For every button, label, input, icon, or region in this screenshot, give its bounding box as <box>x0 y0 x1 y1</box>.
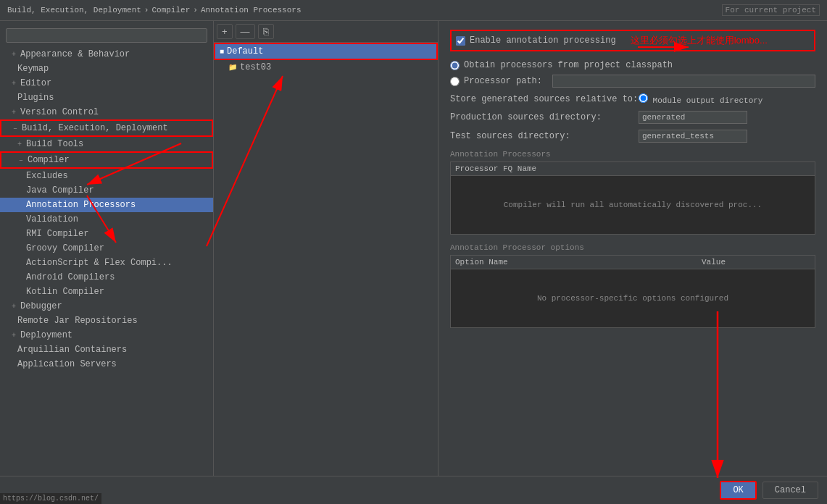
search-input[interactable] <box>6 28 207 43</box>
obtain-label: Obtain processors from project classpath <box>464 60 673 70</box>
folder-icon: 📁 <box>228 63 237 72</box>
test-sources-row: Test sources directory: <box>450 130 815 143</box>
copy-button[interactable]: ⎘ <box>258 24 274 39</box>
processor-fq-col: Processor FQ Name <box>455 164 810 173</box>
sidebar-item-compiler[interactable]: – Compiler <box>0 151 213 169</box>
enable-label-text: Enable annotation processing <box>470 35 616 46</box>
for-current-label: For current project <box>722 4 820 16</box>
compiler-placeholder-text: Compiler will run all automatically disc… <box>504 201 762 209</box>
sidebar-item-rmi-compiler[interactable]: RMI Compiler <box>0 227 213 241</box>
sidebar-item-label: Appearance & Behavior <box>20 49 130 59</box>
processors-table-header: Processor FQ Name <box>451 162 815 176</box>
sidebar-item-groovy-compiler[interactable]: Groovy Compiler <box>0 241 213 256</box>
breadcrumb-sep1: › <box>144 6 149 14</box>
enable-annotation-checkbox[interactable] <box>456 36 465 46</box>
sidebar: + Appearance & Behavior Keymap + Editor … <box>0 21 214 476</box>
sidebar-item-excludes[interactable]: Excludes <box>0 169 213 183</box>
sidebar-item-arquillian[interactable]: Arquillian Containers <box>0 343 213 357</box>
sidebar-item-build-exec[interactable]: – Build, Execution, Deployment <box>0 119 213 137</box>
expand-icon: – <box>13 125 17 133</box>
breadcrumb-part3: Annotation Processors <box>201 6 302 14</box>
sidebar-item-plugins[interactable]: Plugins <box>0 91 213 105</box>
annotation-processors-section-label: Annotation Processors <box>450 150 815 159</box>
sidebar-item-label: Version Control <box>20 107 99 117</box>
sidebar-item-build-tools[interactable]: + Build Tools <box>0 137 213 151</box>
sidebar-item-remote-jar[interactable]: Remote Jar Repositories <box>0 314 213 328</box>
breadcrumb-part2: Compiler <box>151 6 190 14</box>
processors-table: Processor FQ Name Compiler will run all … <box>450 161 815 235</box>
sidebar-item-kotlin-compiler[interactable]: Kotlin Compiler <box>0 285 213 299</box>
cancel-button[interactable]: Cancel <box>762 482 818 499</box>
sidebar-item-label: Application Servers <box>17 359 117 369</box>
right-panel: + — ⎘ ■ Default 📁 test03 <box>214 21 827 476</box>
sidebar-item-actionscript[interactable]: ActionScript & Flex Compi... <box>0 256 213 270</box>
sidebar-item-label: Excludes <box>26 171 68 181</box>
options-table-body: No processor-specific options configured <box>451 269 815 327</box>
expand-icon: + <box>12 303 16 311</box>
expand-icon: + <box>12 51 16 59</box>
sidebar-item-debugger[interactable]: + Debugger <box>0 299 213 314</box>
sidebar-item-label: Build Tools <box>26 139 83 149</box>
sidebar-item-label: Build, Execution, Deployment <box>22 123 168 133</box>
obtain-radio-row: Obtain processors from project classpath <box>450 60 815 70</box>
sidebar-item-label: Keymap <box>17 64 49 74</box>
test-value-input[interactable] <box>639 130 747 143</box>
expand-icon: – <box>19 156 23 164</box>
radio-group: Obtain processors from project classpath… <box>450 60 815 88</box>
sidebar-item-java-compiler[interactable]: Java Compiler <box>0 183 213 198</box>
option-name-col: Option Name <box>455 258 702 266</box>
expand-icon: + <box>17 140 22 148</box>
processor-path-row: Processor path: <box>450 75 815 88</box>
breadcrumb-sep2: › <box>193 6 198 14</box>
store-label: Store generated sources relative to: <box>450 94 639 104</box>
remove-button[interactable]: — <box>236 24 255 39</box>
sidebar-item-label: Compiler <box>28 155 70 165</box>
module-output-radio[interactable] <box>639 93 648 103</box>
sidebar-item-android-compilers[interactable]: Android Compilers <box>0 270 213 285</box>
production-value-input[interactable] <box>639 111 747 124</box>
production-label: Production sources directory: <box>450 112 639 122</box>
sidebar-item-label: Android Compilers <box>26 272 115 282</box>
sidebar-item-validation[interactable]: Validation <box>0 212 213 227</box>
add-button[interactable]: + <box>217 24 233 39</box>
tree-item-label: Default <box>227 46 263 56</box>
obtain-radio[interactable] <box>450 61 460 70</box>
sidebar-item-label: RMI Compiler <box>26 229 88 239</box>
chinese-annotation: 这里必须勾选上才能使用lombo... <box>631 34 768 47</box>
enable-checkbox-label[interactable]: Enable annotation processing <box>456 35 616 46</box>
module-output-label: Module output directory <box>639 93 762 105</box>
tree-toolbar: + — ⎘ <box>214 21 438 43</box>
annotation-options-section-label: Annotation Processor options <box>450 243 815 252</box>
sidebar-item-label: ActionScript & Flex Compi... <box>26 258 173 268</box>
enable-annotation-row: Enable annotation processing 这里必须勾选上才能使用… <box>450 30 815 51</box>
processor-path-input[interactable] <box>552 75 815 88</box>
sidebar-item-deployment[interactable]: + Deployment <box>0 328 213 343</box>
sidebar-item-appearance[interactable]: + Appearance & Behavior <box>0 47 213 62</box>
expand-icon: + <box>12 80 16 88</box>
sidebar-item-version-control[interactable]: + Version Control <box>0 105 213 119</box>
url-bar: https://blog.csdn.net/ <box>0 493 101 504</box>
expand-icon: + <box>12 109 16 117</box>
sidebar-item-keymap[interactable]: Keymap <box>0 62 213 76</box>
sidebar-item-label: Kotlin Compiler <box>26 287 104 297</box>
options-table: Option Name Value No processor-specific … <box>450 255 815 328</box>
breadcrumb: Build, Execution, Deployment › Compiler … <box>0 0 827 21</box>
ok-button[interactable]: OK <box>720 481 756 500</box>
processor-path-label: Processor path: <box>464 76 542 86</box>
sidebar-item-label: Validation <box>26 214 78 224</box>
sidebar-item-annotation-processors[interactable]: Annotation Processors <box>0 198 213 212</box>
no-options-text: No processor-specific options configured <box>537 294 728 303</box>
sidebar-item-label: Editor <box>20 78 51 88</box>
sidebar-item-label: Groovy Compiler <box>26 243 104 253</box>
expand-icon: + <box>12 332 16 340</box>
options-table-header: Option Name Value <box>451 256 815 269</box>
sidebar-item-editor[interactable]: + Editor <box>0 76 213 91</box>
bottom-bar: https://blog.csdn.net/ OK Cancel <box>0 476 827 504</box>
processors-table-body: Compiler will run all automatically disc… <box>451 176 815 234</box>
tree-item-default[interactable]: ■ Default <box>214 43 438 60</box>
processor-path-radio[interactable] <box>450 77 460 86</box>
tree-item-label: test03 <box>240 62 271 72</box>
tree-item-test03[interactable]: 📁 test03 <box>214 60 438 75</box>
sidebar-item-application-servers[interactable]: Application Servers <box>0 357 213 371</box>
module-output-text: Module output directory <box>653 96 763 105</box>
